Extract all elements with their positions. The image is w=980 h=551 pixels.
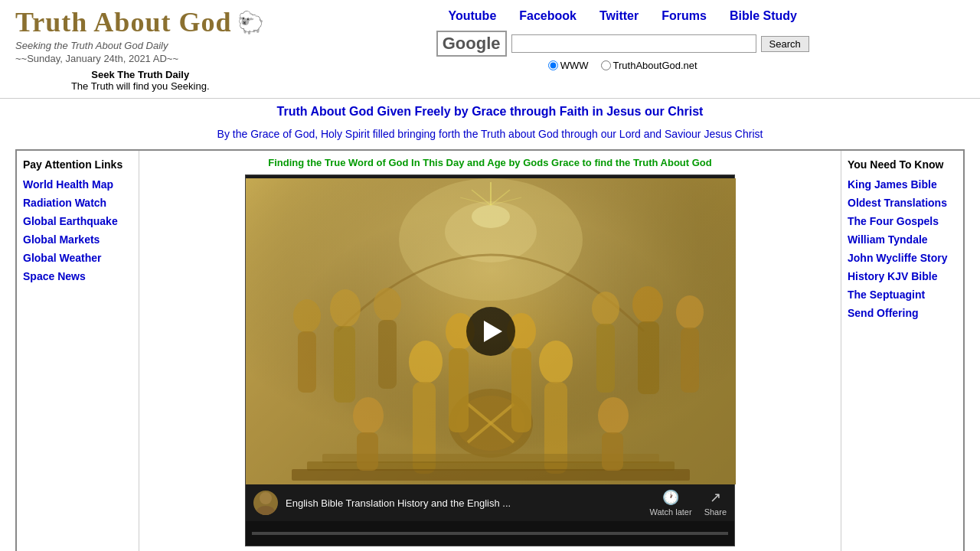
right-links: King James BibleOldest TranslationsThe F… (848, 178, 957, 319)
svg-point-17 (409, 341, 443, 383)
radio-www[interactable] (548, 60, 558, 70)
nav-facebook[interactable]: Facebook (519, 9, 577, 23)
nav-links: Youtube Facebook Twitter Forums Bible St… (448, 9, 796, 23)
svg-rect-39 (449, 348, 469, 432)
svg-point-28 (472, 205, 510, 228)
logo-section: Truth About God 🐑 Seeking the Truth Abou… (15, 6, 265, 92)
svg-point-5 (293, 299, 321, 333)
svg-point-3 (399, 178, 583, 301)
sidebar-right-link[interactable]: Oldest Translations (848, 197, 957, 209)
sheep-icon: 🐑 (237, 10, 265, 35)
svg-rect-8 (334, 326, 355, 403)
svg-rect-12 (596, 324, 615, 393)
nav-twitter[interactable]: Twitter (599, 9, 639, 23)
logo-title: Truth About God 🐑 (15, 6, 265, 38)
svg-point-15 (676, 295, 704, 329)
svg-rect-10 (378, 320, 397, 389)
left-links: World Health MapRadiation WatchGlobal Ea… (23, 178, 132, 282)
sidebar-right-link[interactable]: Send Offering (848, 307, 957, 319)
left-sidebar: Pay Attention Links World Health MapRadi… (17, 151, 139, 551)
google-logo: Google (436, 31, 507, 57)
svg-rect-35 (357, 432, 378, 471)
svg-point-34 (353, 397, 384, 434)
radio-www-label[interactable]: WWW (548, 60, 589, 71)
sidebar-right-link[interactable]: King James Bible (848, 178, 957, 191)
svg-rect-20 (544, 382, 567, 474)
sidebar-left-link[interactable]: Radiation Watch (23, 197, 132, 209)
sidebar-right-link[interactable]: The Four Gospels (848, 215, 957, 227)
sidebar-left-link[interactable]: Global Earthquake (23, 215, 132, 227)
svg-line-24 (468, 404, 514, 442)
svg-point-13 (632, 286, 663, 323)
share-button[interactable]: ↗ Share (704, 489, 727, 517)
svg-point-22 (456, 396, 525, 451)
svg-point-42 (260, 492, 272, 504)
radio-site-label[interactable]: TruthAboutGod.net (601, 60, 697, 71)
radio-row: WWW TruthAboutGod.net (548, 60, 697, 71)
logo-text: Truth About God (15, 6, 231, 38)
logo-seek: Seek The Truth Daily (15, 69, 265, 80)
video-actions: 🕐 Watch later ↗ Share (649, 489, 727, 517)
svg-rect-6 (298, 331, 316, 393)
progress-track[interactable] (252, 532, 728, 535)
svg-point-9 (374, 288, 401, 321)
logo-date: ~~Sunday, January 24th, 2021 AD~~ (15, 53, 265, 64)
video-bar: English Bible Translation History and th… (246, 484, 734, 521)
svg-rect-27 (292, 469, 690, 481)
sidebar-right-link[interactable]: The Septuagint (848, 289, 957, 301)
pay-attention-title: Pay Attention Links (23, 158, 132, 171)
video-controls-bar (246, 521, 734, 546)
sidebar-right-link[interactable]: History KJV Bible (848, 270, 957, 282)
svg-rect-18 (413, 382, 436, 474)
svg-point-19 (539, 341, 573, 383)
radio-site[interactable] (601, 60, 611, 70)
svg-rect-26 (307, 461, 675, 471)
search-bar: Google Search (436, 31, 809, 57)
tagline1: Truth About God Given Freely by Grace th… (0, 99, 980, 125)
play-button[interactable] (466, 307, 515, 356)
svg-line-33 (491, 197, 521, 205)
sidebar-left-link[interactable]: Global Weather (23, 252, 132, 264)
svg-line-31 (491, 190, 510, 205)
search-input[interactable] (511, 34, 756, 53)
search-button[interactable]: Search (761, 36, 809, 52)
video-container: English Bible Translation History and th… (245, 174, 735, 546)
logo-subtitle: Seeking the Truth About God Daily (15, 40, 265, 51)
sidebar-left-link[interactable]: Global Markets (23, 233, 132, 246)
svg-point-21 (449, 389, 533, 458)
main-container: Pay Attention Links World Health MapRadi… (15, 149, 965, 551)
center-banner: Finding the True Word of God In This Day… (145, 157, 835, 168)
clock-icon: 🕐 (662, 489, 679, 506)
nav-bible-study[interactable]: Bible Study (730, 9, 797, 23)
svg-line-30 (472, 190, 491, 205)
svg-point-11 (592, 292, 619, 325)
svg-rect-41 (511, 348, 531, 432)
tagline2: By the Grace of God, Holy Spirit filled … (0, 125, 980, 146)
right-sidebar: You Need To Know King James BibleOldest … (841, 151, 963, 551)
nav-search-section: Youtube Facebook Twitter Forums Bible St… (280, 6, 965, 71)
sidebar-left-link[interactable]: Space News (23, 270, 132, 282)
video-title: English Bible Translation History and th… (286, 497, 642, 509)
nav-youtube[interactable]: Youtube (448, 9, 496, 23)
sidebar-right-link[interactable]: William Tyndale (848, 233, 957, 246)
video-avatar (253, 491, 278, 515)
sidebar-right-link[interactable]: John Wycliffe Story (848, 252, 957, 264)
svg-rect-14 (638, 321, 659, 394)
svg-rect-25 (322, 454, 659, 463)
svg-line-23 (468, 404, 514, 442)
logo-truth: The Truth will find you Seeking. (15, 80, 265, 92)
share-icon: ↗ (710, 489, 721, 506)
svg-point-36 (598, 397, 629, 434)
svg-point-43 (256, 506, 275, 515)
svg-line-32 (460, 197, 491, 205)
svg-point-4 (445, 201, 537, 262)
you-need-title: You Need To Know (848, 158, 957, 171)
watch-later-button[interactable]: 🕐 Watch later (649, 489, 691, 517)
video-thumbnail[interactable] (246, 178, 736, 484)
sidebar-left-link[interactable]: World Health Map (23, 178, 132, 191)
svg-rect-16 (681, 328, 699, 393)
svg-rect-37 (602, 432, 623, 471)
center-content: Finding the True Word of God In This Day… (139, 151, 841, 551)
nav-forums[interactable]: Forums (662, 9, 707, 23)
svg-point-7 (330, 289, 361, 328)
